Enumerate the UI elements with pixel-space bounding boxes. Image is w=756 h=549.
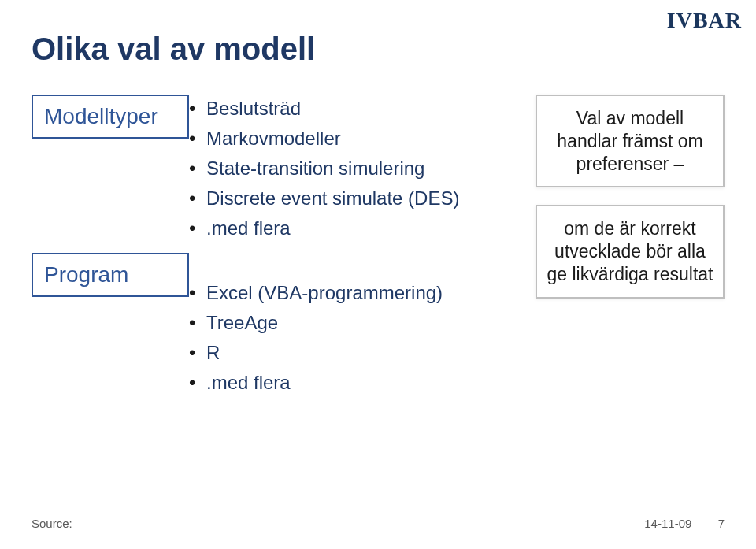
gap	[32, 139, 189, 221]
list-item: •TreeAge	[189, 312, 528, 334]
list-item: •Beslutsträd	[189, 98, 528, 120]
page-title: Olika val av modell	[32, 32, 315, 67]
content-row: Modelltyper Program •Beslutsträd •Markov…	[32, 95, 724, 402]
list-item-text: R	[206, 342, 220, 364]
footer-source: Source:	[32, 517, 72, 530]
right-column: Val av modell handlar främst om preferen…	[528, 95, 724, 402]
list-item-text: .med flera	[206, 372, 291, 394]
list-item: •.med flera	[189, 372, 528, 394]
list-item-text: .med flera	[206, 217, 291, 239]
list-item: •Markovmodeller	[189, 128, 528, 150]
list-item-text: Beslutsträd	[206, 98, 301, 120]
list-item: •R	[189, 342, 528, 364]
list-item: •.med flera	[189, 217, 528, 239]
left-column: Modelltyper Program	[32, 95, 189, 402]
list-item: •Excel (VBA-programmering)	[189, 282, 528, 304]
spacer	[189, 247, 528, 279]
footer-date: 14-11-09	[644, 517, 691, 530]
list-item-text: TreeAge	[206, 312, 278, 334]
footer: Source: 14-11-09 7	[32, 517, 724, 530]
footer-right: 14-11-09 7	[644, 517, 724, 530]
middle-column: •Beslutsträd •Markovmodeller •State-tran…	[189, 95, 528, 402]
box-program: Program	[32, 253, 189, 297]
list-modelltyper: •Beslutsträd •Markovmodeller •State-tran…	[189, 98, 528, 247]
list-item-text: Markovmodeller	[206, 128, 341, 150]
list-item-text: Excel (VBA-programmering)	[206, 282, 443, 304]
list-item-text: State-transition simulering	[206, 158, 424, 180]
callout-result: om de är korrekt utvecklade bör alla ge …	[536, 205, 724, 298]
list-item: •State-transition simulering	[189, 158, 528, 180]
box-modelltyper: Modelltyper	[32, 95, 189, 139]
footer-page: 7	[718, 517, 724, 530]
list-item: •Discrete event simulate (DES)	[189, 187, 528, 210]
callout-preference: Val av modell handlar främst om preferen…	[536, 95, 724, 187]
list-program: •Excel (VBA-programmering) •TreeAge •R •…	[189, 282, 528, 402]
slide: IVBAR Olika val av modell Modelltyper Pr…	[0, 0, 756, 549]
list-item-text: Discrete event simulate (DES)	[206, 187, 459, 210]
brand-logo: IVBAR	[667, 8, 742, 33]
